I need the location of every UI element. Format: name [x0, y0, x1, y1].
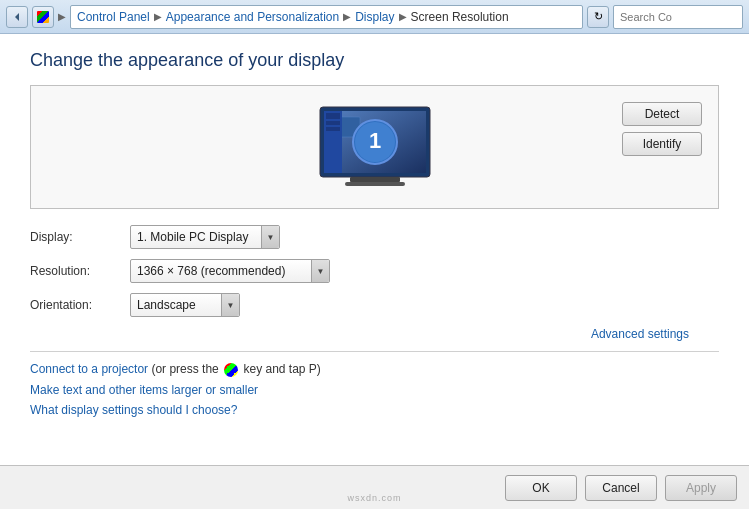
links-section: Connect to a projector (or press the key…: [30, 362, 719, 417]
main-panel: Change the appearance of your display: [0, 34, 749, 494]
orientation-row: Orientation: Landscape ▼: [30, 293, 719, 317]
text-size-link[interactable]: Make text and other items larger or smal…: [30, 383, 258, 397]
display-value: 1. Mobile PC Display: [137, 230, 248, 244]
breadcrumb-sep-2: ▶: [343, 11, 351, 22]
svg-text:1: 1: [368, 128, 380, 153]
resolution-value: 1366 × 768 (recommended): [137, 264, 285, 278]
identify-button[interactable]: Identify: [622, 132, 702, 156]
svg-marker-0: [15, 13, 19, 21]
breadcrumb-bar: Control Panel ▶ Appearance and Personali…: [70, 5, 583, 29]
display-settings-link[interactable]: What display settings should I choose?: [30, 403, 237, 417]
watermark: wsxdn.com: [347, 493, 401, 503]
detect-button[interactable]: Detect: [622, 102, 702, 126]
svg-rect-12: [350, 177, 400, 182]
display-label: Display:: [30, 230, 130, 244]
resolution-dropdown-arrow: ▼: [311, 260, 329, 282]
address-bar: ▶ Control Panel ▶ Appearance and Persona…: [0, 0, 749, 34]
projector-text-before-key: (or press the: [151, 362, 222, 376]
display-settings-link-row: What display settings should I choose?: [30, 403, 719, 417]
svg-rect-9: [326, 113, 340, 119]
breadcrumb-control-panel[interactable]: Control Panel: [77, 10, 150, 24]
breadcrumb-arrow-1: ▶: [58, 11, 66, 22]
resolution-select[interactable]: 1366 × 768 (recommended) ▼: [130, 259, 330, 283]
orientation-value: Landscape: [137, 298, 196, 312]
breadcrumb-sep-3: ▶: [399, 11, 407, 22]
breadcrumb-sep-1: ▶: [154, 11, 162, 22]
breadcrumb-appearance[interactable]: Appearance and Personalization: [166, 10, 339, 24]
search-input[interactable]: [613, 5, 743, 29]
ok-button[interactable]: OK: [505, 475, 577, 501]
resolution-label: Resolution:: [30, 264, 130, 278]
divider: [30, 351, 719, 352]
advanced-link-container: Advanced settings: [30, 327, 689, 341]
windows-key-icon: [224, 363, 238, 377]
breadcrumb-screen-resolution: Screen Resolution: [411, 10, 509, 24]
text-size-link-row: Make text and other items larger or smal…: [30, 383, 719, 397]
svg-rect-11: [326, 127, 340, 131]
monitor-graphic: 1: [310, 102, 440, 192]
refresh-button[interactable]: ↻: [587, 6, 609, 28]
resolution-row: Resolution: 1366 × 768 (recommended) ▼: [30, 259, 719, 283]
nav-back-btn[interactable]: [6, 6, 28, 28]
svg-rect-10: [326, 121, 340, 125]
apply-button[interactable]: Apply: [665, 475, 737, 501]
cancel-button[interactable]: Cancel: [585, 475, 657, 501]
display-dropdown-arrow: ▼: [261, 226, 279, 248]
display-row: Display: 1. Mobile PC Display ▼: [30, 225, 719, 249]
monitor-buttons: Detect Identify: [622, 102, 702, 156]
monitor-area: 1 Detect Identify: [30, 85, 719, 209]
content-wrapper: Change the appearance of your display: [0, 34, 749, 509]
svg-rect-13: [345, 182, 405, 186]
breadcrumb-display[interactable]: Display: [355, 10, 394, 24]
orientation-label: Orientation:: [30, 298, 130, 312]
svg-rect-8: [324, 111, 342, 173]
windows-icon-btn[interactable]: [32, 6, 54, 28]
display-select[interactable]: 1. Mobile PC Display ▼: [130, 225, 280, 249]
advanced-settings-link[interactable]: Advanced settings: [591, 327, 689, 341]
display-settings-form: Display: 1. Mobile PC Display ▼ Resoluti…: [30, 225, 719, 317]
projector-link-row: Connect to a projector (or press the key…: [30, 362, 719, 377]
orientation-dropdown-arrow: ▼: [221, 294, 239, 316]
page-title: Change the appearance of your display: [30, 50, 719, 71]
orientation-select[interactable]: Landscape ▼: [130, 293, 240, 317]
connect-projector-link[interactable]: Connect to a projector: [30, 362, 148, 376]
projector-text-after-key: key and tap P): [243, 362, 320, 376]
